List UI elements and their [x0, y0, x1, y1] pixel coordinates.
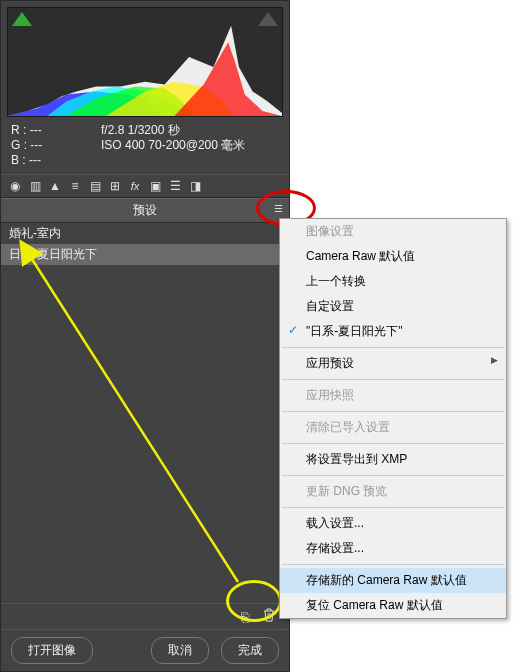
- menu-reset-default[interactable]: 复位 Camera Raw 默认值: [280, 593, 506, 618]
- separator: [282, 347, 504, 348]
- separator: [282, 475, 504, 476]
- split-icon[interactable]: ▤: [85, 177, 105, 195]
- preset-item[interactable]: 日系-夏日阳光下: [1, 244, 289, 265]
- new-preset-icon[interactable]: ⎘: [241, 609, 249, 625]
- hsl-icon[interactable]: ≡: [65, 177, 85, 195]
- preset-footer: ⎘: [1, 603, 289, 629]
- menu-custom[interactable]: 自定设置: [280, 294, 506, 319]
- b-label: B :: [11, 153, 26, 167]
- delete-preset-icon[interactable]: [263, 608, 275, 625]
- aperture-icon[interactable]: ◉: [5, 177, 25, 195]
- lens-icon[interactable]: ⊞: [105, 177, 125, 195]
- flyout-menu: 图像设置 Camera Raw 默认值 上一个转换 自定设置 ✓"日系-夏日阳光…: [279, 218, 507, 619]
- curves-icon[interactable]: ▥: [25, 177, 45, 195]
- cancel-button[interactable]: 取消: [151, 637, 209, 664]
- separator: [282, 443, 504, 444]
- detail-icon[interactable]: ▲: [45, 177, 65, 195]
- dialog-buttons: 打开图像 取消 完成: [1, 629, 289, 671]
- menu-apply-snapshot: 应用快照: [280, 383, 506, 408]
- menu-apply-preset[interactable]: 应用预设▶: [280, 351, 506, 376]
- section-title: 预设: [133, 203, 157, 217]
- snapshots-icon[interactable]: ◨: [185, 177, 205, 195]
- menu-clear-import: 清除已导入设置: [280, 415, 506, 440]
- menu-prev-convert[interactable]: 上一个转换: [280, 269, 506, 294]
- menu-current-preset[interactable]: ✓"日系-夏日阳光下": [280, 319, 506, 344]
- menu-raw-default[interactable]: Camera Raw 默认值: [280, 244, 506, 269]
- preset-list: 婚礼-室内 日系-夏日阳光下: [1, 223, 289, 265]
- menu-update-dng: 更新 DNG 预览: [280, 479, 506, 504]
- menu-export-xmp[interactable]: 将设置导出到 XMP: [280, 447, 506, 472]
- separator: [282, 564, 504, 565]
- clip-shadow-icon[interactable]: [12, 12, 32, 26]
- presets-icon[interactable]: ☰: [165, 177, 185, 195]
- r-label: R :: [11, 123, 26, 137]
- tab-toolbar: ◉ ▥ ▲ ≡ ▤ ⊞ fx ▣ ☰ ◨: [1, 174, 289, 198]
- camera-icon[interactable]: ▣: [145, 177, 165, 195]
- histogram-graph: [8, 8, 282, 116]
- clip-highlight-icon[interactable]: [258, 12, 278, 26]
- separator: [282, 411, 504, 412]
- separator: [282, 507, 504, 508]
- g-label: G :: [11, 138, 27, 152]
- histogram: [7, 7, 283, 117]
- chevron-right-icon: ▶: [491, 355, 498, 365]
- separator: [282, 379, 504, 380]
- exposure-info: f/2.8 1/3200 秒: [101, 123, 279, 138]
- done-button[interactable]: 完成: [221, 637, 279, 664]
- section-header: 预设 ☰: [1, 198, 289, 223]
- iso-info: ISO 400 70-200@200 毫米: [101, 138, 279, 153]
- menu-save-settings[interactable]: 存储设置...: [280, 536, 506, 561]
- flyout-menu-button[interactable]: ☰: [274, 203, 283, 214]
- metadata: R : --- G : --- B : --- f/2.8 1/3200 秒 I…: [1, 117, 289, 174]
- menu-image-settings: 图像设置: [280, 219, 506, 244]
- fx-icon[interactable]: fx: [125, 177, 145, 195]
- check-icon: ✓: [288, 323, 298, 337]
- menu-save-new-default[interactable]: 存储新的 Camera Raw 默认值: [280, 568, 506, 593]
- menu-load-settings[interactable]: 载入设置...: [280, 511, 506, 536]
- preset-item[interactable]: 婚礼-室内: [1, 223, 289, 244]
- open-image-button[interactable]: 打开图像: [11, 637, 93, 664]
